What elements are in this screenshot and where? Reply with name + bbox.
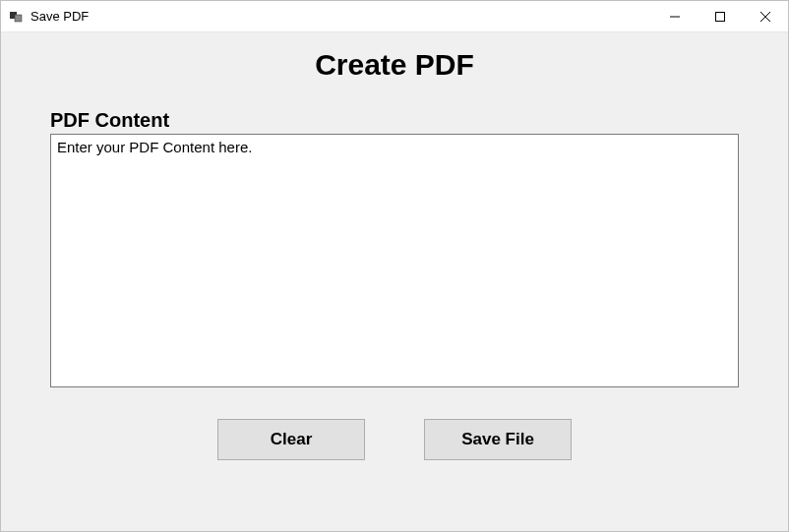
minimize-icon <box>670 12 680 22</box>
minimize-button[interactable] <box>652 1 698 32</box>
window-title: Save PDF <box>30 9 89 24</box>
client-area: Create PDF PDF Content Clear Save File <box>1 32 788 532</box>
clear-button[interactable]: Clear <box>217 419 365 460</box>
pdf-content-input[interactable] <box>50 134 739 387</box>
app-icon <box>9 9 25 25</box>
window-controls <box>652 1 788 31</box>
close-icon <box>760 12 770 22</box>
page-heading: Create PDF <box>1 48 788 82</box>
maximize-icon <box>715 12 725 22</box>
maximize-button[interactable] <box>698 1 743 32</box>
save-file-button[interactable]: Save File <box>424 419 572 460</box>
titlebar: Save PDF <box>1 1 788 32</box>
svg-rect-4 <box>716 13 725 22</box>
svg-rect-1 <box>15 15 22 22</box>
content-label: PDF Content <box>50 109 788 132</box>
button-row: Clear Save File <box>1 419 788 460</box>
close-button[interactable] <box>743 1 788 32</box>
